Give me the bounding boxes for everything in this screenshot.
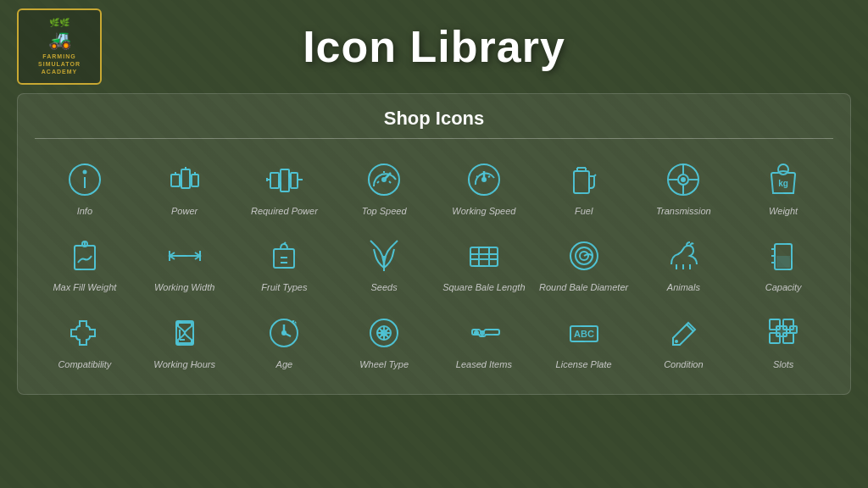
svg-point-38 <box>778 164 788 175</box>
svg-line-18 <box>377 181 379 183</box>
svg-line-16 <box>384 173 391 180</box>
svg-point-74 <box>381 330 387 336</box>
leased-items-item: Leased Items <box>434 306 534 377</box>
transmission-icon <box>663 159 704 200</box>
wheel-type-icon <box>364 313 404 353</box>
svg-point-31 <box>668 164 698 195</box>
svg-point-15 <box>369 164 399 195</box>
info-icon <box>64 159 105 200</box>
transmission-item: Transmission <box>634 152 734 224</box>
svg-rect-51 <box>470 247 498 266</box>
seeds-icon <box>364 236 404 276</box>
svg-rect-4 <box>181 169 190 188</box>
license-plate-item: ABC License Plate <box>534 306 634 377</box>
working-hours-item: Working Hours <box>135 306 235 377</box>
svg-rect-89 <box>783 319 793 330</box>
compatibility-icon <box>64 313 105 353</box>
weight-label: Weight <box>769 205 798 217</box>
svg-line-25 <box>488 176 490 177</box>
logo-tractor-icon: 🚜 <box>48 29 71 51</box>
logo-text: FARMING SIMULATOR <box>24 53 95 68</box>
round-bale-diameter-icon <box>564 236 604 276</box>
age-item: Age <box>235 306 335 377</box>
wheel-type-item: Wheel Type <box>334 306 434 377</box>
fuel-item: Fuel <box>534 152 634 224</box>
svg-rect-5 <box>192 175 198 186</box>
animals-label: Animals <box>667 281 700 293</box>
svg-line-80 <box>386 335 389 338</box>
round-bale-diameter-label: Round Bale Diameter <box>539 281 628 293</box>
svg-rect-11 <box>291 173 298 188</box>
svg-line-81 <box>386 328 389 331</box>
leased-items-label: Leased Items <box>456 358 512 370</box>
svg-rect-3 <box>171 175 180 186</box>
svg-rect-40 <box>75 246 95 269</box>
working-width-icon <box>164 236 205 276</box>
svg-text:kg: kg <box>778 179 788 188</box>
logo-wreath: 🌿🌿 <box>49 18 70 27</box>
shop-icons-card: Shop Icons Info <box>17 93 851 395</box>
compatibility-label: Compatibility <box>58 358 111 370</box>
svg-point-83 <box>475 331 478 335</box>
seeds-label: Seeds <box>371 281 398 293</box>
max-fill-weight-label: Max Fill Weight <box>53 281 116 293</box>
power-icon <box>164 159 205 200</box>
fuel-icon <box>564 159 604 200</box>
working-width-item: Working Width <box>135 229 235 300</box>
svg-point-0 <box>70 164 100 195</box>
compatibility-item: Compatibility <box>35 306 135 377</box>
license-plate-icon: ABC <box>564 313 604 353</box>
square-bale-length-item: Square Bale Length <box>434 229 534 300</box>
animals-item: Animals <box>634 229 734 300</box>
top-speed-item: Top Speed <box>334 152 434 224</box>
top-speed-icon <box>364 159 404 200</box>
working-speed-icon <box>464 159 504 200</box>
age-label: Age <box>276 358 293 370</box>
svg-line-19 <box>389 181 391 183</box>
card-title: Shop Icons <box>35 108 833 139</box>
svg-point-37 <box>682 178 685 181</box>
svg-rect-26 <box>574 171 589 193</box>
svg-line-82 <box>380 335 383 338</box>
weight-item: kg Weight <box>733 152 833 224</box>
svg-point-72 <box>370 319 398 347</box>
capacity-item: Capacity <box>733 229 833 300</box>
svg-point-17 <box>382 178 386 181</box>
fruit-types-item: Fruit Types <box>235 229 335 300</box>
svg-rect-90 <box>770 333 780 343</box>
svg-point-23 <box>482 178 486 181</box>
required-power-label: Required Power <box>251 205 318 217</box>
fruit-types-icon <box>264 236 304 276</box>
svg-point-73 <box>377 326 391 340</box>
condition-icon <box>663 313 704 353</box>
required-power-icon <box>264 159 304 200</box>
svg-rect-85 <box>570 326 598 341</box>
svg-rect-66 <box>776 256 790 268</box>
svg-point-58 <box>580 252 588 260</box>
svg-rect-92 <box>776 326 787 336</box>
svg-point-32 <box>678 175 688 185</box>
wheel-type-label: Wheel Type <box>359 358 409 370</box>
svg-line-24 <box>476 176 478 177</box>
seeds-item: Seeds <box>334 229 434 300</box>
leased-items-icon <box>464 313 504 353</box>
svg-rect-46 <box>274 249 294 268</box>
working-speed-item: Working Speed <box>434 152 534 224</box>
icons-grid: Info Power <box>35 149 833 380</box>
svg-rect-10 <box>281 169 289 191</box>
slots-item: Slots <box>733 306 833 377</box>
condition-label: Condition <box>664 358 703 370</box>
fruit-types-label: Fruit Types <box>261 281 307 293</box>
square-bale-length-label: Square Bale Length <box>442 281 525 293</box>
svg-rect-91 <box>783 333 793 343</box>
svg-rect-88 <box>770 319 780 330</box>
condition-item: Condition <box>634 306 734 377</box>
svg-rect-9 <box>270 173 279 188</box>
fuel-label: Fuel <box>575 205 593 217</box>
svg-rect-67 <box>176 321 193 345</box>
svg-point-70 <box>270 319 298 347</box>
power-label: Power <box>171 205 198 217</box>
max-fill-weight-icon <box>64 236 105 276</box>
svg-text:ABC: ABC <box>574 329 594 339</box>
logo-academy-text: ACADEMY <box>42 68 77 75</box>
